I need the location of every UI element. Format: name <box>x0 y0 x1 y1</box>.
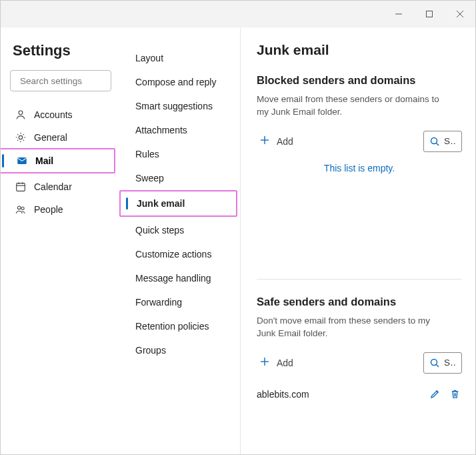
add-label: Add <box>277 136 293 147</box>
gear-icon <box>14 131 27 143</box>
minimize-icon <box>395 10 403 18</box>
add-label: Add <box>277 358 293 368</box>
blocked-desc: Move email from these senders or domains… <box>257 93 450 119</box>
sidebar-item-people[interactable]: People <box>10 198 111 221</box>
svg-point-13 <box>17 206 21 209</box>
delete-button[interactable] <box>447 387 462 402</box>
close-button[interactable] <box>445 1 475 27</box>
svg-line-22 <box>437 364 439 367</box>
submenu-item-customize[interactable]: Customize actions <box>121 242 240 266</box>
submenu-item-forwarding[interactable]: Forwarding <box>121 290 240 314</box>
submenu: Layout Compose and reply Smart suggestio… <box>121 27 241 454</box>
safe-list-item: ablebits.com <box>257 384 462 404</box>
plus-icon <box>259 135 270 147</box>
blocked-add-button[interactable]: Add <box>257 132 296 150</box>
sidebar-item-calendar[interactable]: Calendar <box>10 175 111 198</box>
svg-point-6 <box>19 111 23 115</box>
scroll-area[interactable]: Blocked senders and domains Move email f… <box>257 74 466 454</box>
sidebar-item-label: People <box>34 204 63 215</box>
search-label: S… <box>444 136 456 146</box>
submenu-item-messagehandling[interactable]: Message handling <box>121 266 240 290</box>
safe-actions: Add S… <box>257 352 462 374</box>
page-title: Junk email <box>257 42 466 58</box>
submenu-item-rules[interactable]: Rules <box>121 142 240 166</box>
submenu-item-junk[interactable]: Junk email <box>121 191 236 215</box>
submenu-item-layout[interactable]: Layout <box>121 46 240 70</box>
safe-title: Safe senders and domains <box>257 296 462 308</box>
divider <box>257 279 462 280</box>
search-icon <box>429 136 440 147</box>
svg-point-21 <box>431 359 437 365</box>
blocked-empty: This list is empty. <box>257 163 462 173</box>
person-icon <box>14 109 27 121</box>
people-icon <box>14 203 27 215</box>
mail-icon <box>15 155 29 167</box>
safe-search-button[interactable]: S… <box>423 352 462 374</box>
sidebar-item-label: Calendar <box>34 181 72 192</box>
blocked-search-button[interactable]: S… <box>423 131 462 152</box>
sidebar-item-label: Mail <box>35 155 53 166</box>
sidebar-item-label: General <box>34 132 67 143</box>
trash-icon <box>449 388 461 400</box>
pencil-icon <box>429 388 441 400</box>
svg-line-18 <box>437 143 439 145</box>
submenu-highlight: Junk email <box>119 190 237 217</box>
search-icon <box>429 358 440 368</box>
submenu-item-smart[interactable]: Smart suggestions <box>121 94 240 118</box>
submenu-item-quicksteps[interactable]: Quick steps <box>121 218 240 242</box>
maximize-icon <box>425 10 433 18</box>
search-input[interactable] <box>20 76 133 86</box>
svg-rect-9 <box>17 183 25 191</box>
calendar-icon <box>14 181 27 193</box>
close-icon <box>456 10 464 18</box>
settings-window: Settings Accounts General Mail <box>0 0 476 455</box>
search-label: S… <box>444 358 456 368</box>
svg-point-17 <box>431 137 437 143</box>
submenu-item-retention[interactable]: Retention policies <box>121 314 240 338</box>
maximize-button[interactable] <box>414 1 445 27</box>
sidebar-item-general[interactable]: General <box>10 126 111 149</box>
minimize-button[interactable] <box>383 1 414 27</box>
blocked-title: Blocked senders and domains <box>257 74 462 87</box>
safe-desc: Don't move email from these senders to m… <box>257 315 450 340</box>
safe-add-button[interactable]: Add <box>257 354 296 372</box>
submenu-item-sweep[interactable]: Sweep <box>121 166 240 190</box>
sidebar-item-label: Accounts <box>34 109 73 120</box>
svg-point-14 <box>21 207 24 209</box>
titlebar <box>1 1 475 27</box>
plus-icon <box>259 356 270 369</box>
sidebar-item-mail[interactable]: Mail <box>11 149 110 172</box>
submenu-item-compose[interactable]: Compose and reply <box>121 70 240 94</box>
body: Settings Accounts General Mail <box>1 27 475 454</box>
content: Junk email Blocked senders and domains M… <box>241 27 475 454</box>
blocked-actions: Add S… <box>257 131 462 152</box>
safe-item-value: ablebits.com <box>257 389 422 400</box>
svg-point-7 <box>19 135 22 139</box>
submenu-item-attachments[interactable]: Attachments <box>121 118 240 142</box>
sidebar: Settings Accounts General Mail <box>1 27 121 454</box>
submenu-item-groups[interactable]: Groups <box>121 338 240 362</box>
sidebar-item-accounts[interactable]: Accounts <box>10 103 111 126</box>
search-settings[interactable] <box>10 70 111 91</box>
svg-rect-1 <box>427 11 433 17</box>
edit-button[interactable] <box>427 387 442 402</box>
sidebar-highlight: Mail <box>1 148 115 173</box>
sidebar-title: Settings <box>10 42 111 59</box>
